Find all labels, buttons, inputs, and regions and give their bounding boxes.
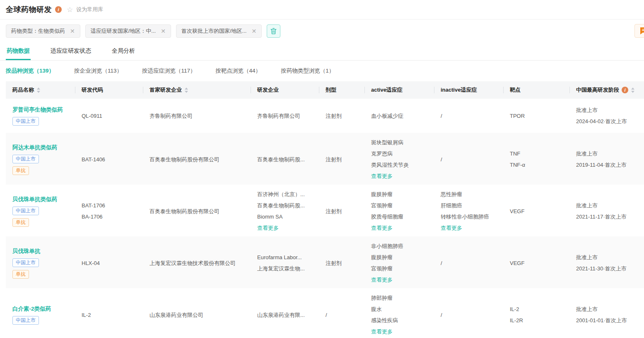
view-subtab[interactable]: 按适应症浏览（117）: [142, 67, 196, 75]
drug-name-cell: 阿达木单抗类似药中国上市单抗: [6, 133, 75, 186]
column-info-icon[interactable]: i: [622, 87, 628, 93]
companies-cell-value: 齐鲁制药有限公司: [257, 110, 300, 122]
targets-cell: TPOR: [503, 99, 569, 133]
table-row: 阿达木单抗类似药中国上市单抗BAT-1406百奥泰生物制药股份有限公司百奥泰生物…: [6, 133, 644, 185]
dosage-form-cell-value: 注射剂: [326, 258, 342, 269]
stage-cell: 批准上市2024-04-02·首次上市: [569, 99, 644, 133]
stage-date: 2019-11-04·首次上市: [576, 159, 627, 170]
column-header-label: 首家研发企业: [150, 86, 182, 94]
table-row: 贝伐珠单抗中国上市单抗HLX-04上海复宏汉霖生物技术股份有限公司Eurofar…: [6, 236, 644, 288]
targets-cell-value: IL-2R: [510, 315, 523, 326]
sort-icon[interactable]: [185, 88, 188, 93]
title-bar: 全球药物研发 i ☆ 设为常用库: [0, 0, 644, 19]
inactive-indications-cell-value: 转移性非小细胞肺癌: [441, 211, 489, 222]
companies-cell: 山东泉港药业有限...: [251, 288, 319, 338]
active-indications-cell-value: 克罗恩病: [371, 148, 393, 159]
drug-name-link[interactable]: 阿达木单抗类似药: [12, 143, 57, 152]
drug-name-link[interactable]: 贝伐珠单抗类似药: [12, 195, 57, 204]
dosage-form-cell: /: [319, 288, 364, 338]
main-tab[interactable]: 全局分析: [111, 47, 136, 60]
view-more-link[interactable]: 查看更多: [371, 222, 393, 233]
companies-cell: 齐鲁制药有限公司: [251, 99, 319, 133]
targets-cell-value: VEGF: [510, 206, 524, 217]
first-company-cell-value: 上海复宏汉霖生物技术股份有限公司: [150, 258, 236, 269]
targets-cell-value: TNF-α: [510, 159, 525, 170]
inactive-indications-cell: /: [434, 133, 503, 186]
inactive-indications-cell: 恶性肿瘤肝细胞癌转移性非小细胞肺癌查看更多: [434, 185, 503, 238]
column-header: 药品名称: [6, 81, 75, 99]
view-more-link[interactable]: 查看更多: [371, 170, 393, 182]
sort-icon[interactable]: [631, 88, 634, 93]
dosage-form-cell-value: 注射剂: [326, 154, 342, 165]
main-tabs: 药物数据适应症研发状态全局分析: [0, 42, 644, 61]
stage-cell: 批准上市2021-11-30·首次上市: [569, 236, 644, 289]
stage-cell: 批准上市2019-11-04·首次上市: [569, 133, 644, 186]
sort-up-icon: [185, 88, 188, 90]
first-company-cell-value: 齐鲁制药有限公司: [150, 110, 193, 122]
clear-filters-button[interactable]: [267, 24, 280, 38]
active-indications-cell: 腹膜肿瘤宫颈肿瘤胶质母细胞瘤查看更多: [364, 185, 434, 238]
dosage-form-cell: 注射剂: [319, 185, 364, 238]
targets-cell-value: TNF: [510, 148, 520, 159]
rd-code-cell-value: QL-0911: [82, 110, 102, 122]
main-tab[interactable]: 药物数据: [6, 47, 31, 60]
active-indications-cell: 斑块型银屑病克罗恩病类风湿性关节炎查看更多: [364, 133, 434, 186]
column-header-label: 靶点: [510, 86, 521, 94]
sort-icon[interactable]: [37, 88, 40, 93]
filter-chip-label: 药物类型：生物类似药: [11, 27, 65, 35]
view-more-link[interactable]: 查看更多: [257, 222, 279, 233]
bookmark-plus-icon: +: [640, 27, 644, 34]
companies-cell-value: 百奥泰生物制药股...: [257, 154, 305, 165]
first-company-cell-value: 山东泉港药业有限公司: [150, 309, 203, 321]
stage-value: 批准上市: [576, 105, 598, 116]
view-more-link[interactable]: 查看更多: [371, 274, 393, 285]
companies-cell: 百济神州（北京）...百奥泰生物制药股...Biomm SA查看更多: [251, 185, 319, 238]
subscribe-button[interactable]: + 订阅: [634, 24, 644, 38]
title-info-icon[interactable]: i: [55, 6, 62, 13]
targets-cell-value: IL-2: [510, 304, 519, 315]
active-indications-cell-value: 类风湿性关节炎: [371, 159, 409, 170]
companies-cell-value: 百奥泰生物制药股...: [257, 200, 305, 211]
star-icon[interactable]: ☆: [67, 6, 73, 13]
companies-cell-value: 上海复宏汉霖生物...: [257, 263, 305, 274]
sort-up-icon: [37, 88, 40, 90]
view-more-link[interactable]: 查看更多: [371, 326, 393, 337]
drug-name-link[interactable]: 贝伐珠单抗: [12, 247, 41, 255]
chip-remove-icon[interactable]: ✕: [161, 28, 166, 34]
drug-name-link[interactable]: 罗普司亭生物类似药: [12, 106, 63, 114]
view-subtab[interactable]: 按靶点浏览（44）: [216, 67, 261, 75]
stage-value: 批准上市: [576, 148, 598, 159]
column-header: 剂型: [319, 81, 364, 99]
dosage-form-cell: 注射剂: [319, 236, 364, 289]
sort-down-icon: [37, 91, 40, 93]
view-subtabs: 按品种浏览（139）按企业浏览（113）按适应症浏览（117）按靶点浏览（44）…: [0, 61, 644, 81]
filter-bar: 药物类型：生物类似药✕适应症研发国家/地区：中...✕首次获批上市的国家/地区.…: [0, 19, 644, 42]
rd-code-cell-value: BA-1706: [82, 211, 103, 222]
view-subtab[interactable]: 按品种浏览（139）: [6, 67, 54, 75]
stage-cell: 批准上市2001-01-01·首次上市: [569, 288, 644, 338]
inactive-indications-cell-value: 恶性肿瘤: [441, 189, 462, 200]
set-favorite-label[interactable]: 设为常用库: [76, 6, 103, 13]
chip-remove-icon[interactable]: ✕: [251, 28, 256, 34]
trash-icon: [270, 28, 277, 34]
table-row: 贝伐珠单抗类似药中国上市单抗BAT-1706BA-1706百奥泰生物制药股份有限…: [6, 185, 644, 236]
first-company-cell: 山东泉港药业有限公司: [143, 288, 251, 338]
view-more-link[interactable]: 查看更多: [441, 222, 462, 233]
chip-remove-icon[interactable]: ✕: [70, 28, 75, 34]
stage-date: 2001-01-01·首次上市: [576, 315, 627, 326]
drug-name-link[interactable]: 白介素-2类似药: [12, 305, 51, 313]
drug-tag: 中国上市: [12, 316, 39, 325]
drug-tag: 单抗: [12, 270, 29, 279]
rd-code-cell: HLX-04: [75, 236, 143, 289]
view-subtab[interactable]: 按药物类型浏览（1）: [281, 67, 334, 75]
companies-cell: Eurofarma Labor...上海复宏汉霖生物...: [251, 236, 319, 289]
sort-down-icon: [185, 91, 188, 93]
inactive-indications-cell-value: 肝细胞癌: [441, 200, 462, 211]
view-subtab[interactable]: 按企业浏览（113）: [74, 67, 122, 75]
drug-tag: 中国上市: [12, 155, 39, 163]
drugs-table: 药品名称研发代码首家研发企业研发企业剂型active适应症inactive适应症…: [6, 81, 644, 338]
companies-cell-value: Biomm SA: [257, 211, 282, 222]
targets-cell-value: TPOR: [510, 110, 525, 122]
first-company-cell-value: 百奥泰生物制药股份有限公司: [150, 206, 219, 217]
main-tab[interactable]: 适应症研发状态: [50, 47, 92, 60]
